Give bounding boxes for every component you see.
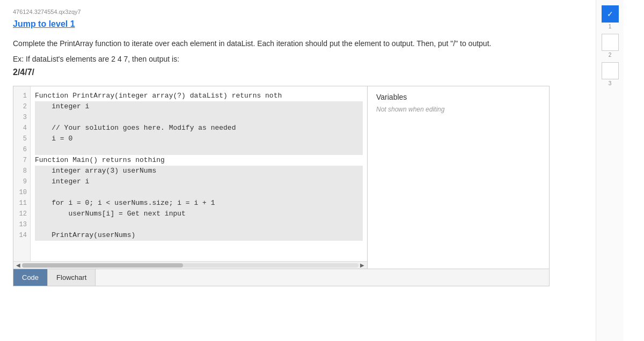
- code-line-14: PrintArray(userNums): [35, 230, 363, 241]
- code-line-7: Function Main() returns nothing: [35, 155, 363, 166]
- code-line-1: Function PrintArray(integer array(?) dat…: [35, 91, 363, 101]
- scroll-left-arrow[interactable]: ◀: [14, 262, 22, 269]
- checkmark-icon: ✓: [607, 10, 613, 18]
- jump-to-level-link[interactable]: Jump to level 1: [13, 19, 583, 29]
- horizontal-scrollbar[interactable]: ◀ ▶: [13, 261, 367, 269]
- scroll-right-arrow[interactable]: ▶: [358, 262, 366, 269]
- problem-id: 476124.3274554.qx3zqy7: [13, 9, 583, 15]
- code-line-8: integer array(3) userNums: [35, 166, 363, 176]
- level-3-label: 3: [609, 80, 612, 86]
- line-numbers: 1 2 3 4 5 6 7 8 9 10 11 12 13: [13, 86, 31, 261]
- level-2-label: 2: [609, 52, 612, 58]
- variables-title: Variables: [376, 93, 540, 101]
- level-sidebar: ✓ 1 2 3: [596, 0, 624, 341]
- scrollbar-track[interactable]: [22, 263, 358, 268]
- level-item-3: 3: [602, 62, 619, 86]
- code-line-5: i = 0: [35, 134, 363, 144]
- code-line-4: // Your solution goes here. Modify as ne…: [35, 123, 363, 134]
- level-1-label: 1: [609, 24, 612, 29]
- code-panel: 1 2 3 4 5 6 7 8 9 10 11 12 13: [13, 86, 368, 269]
- level-2-button[interactable]: [602, 34, 619, 51]
- variables-panel: Variables Not shown when editing: [368, 86, 549, 269]
- level-3-button[interactable]: [602, 62, 619, 79]
- level-item-2: 2: [602, 34, 619, 58]
- code-line-9: integer i: [35, 176, 363, 187]
- scrollbar-thumb[interactable]: [22, 263, 183, 268]
- code-area[interactable]: 1 2 3 4 5 6 7 8 9 10 11 12 13: [13, 86, 367, 261]
- code-line-2: integer i: [35, 101, 363, 112]
- code-line-12: userNums[i] = Get next input: [35, 209, 363, 219]
- tab-flowchart[interactable]: Flowchart: [48, 269, 96, 286]
- editor-container: 1 2 3 4 5 6 7 8 9 10 11 12 13: [13, 86, 550, 286]
- code-line-13: [35, 219, 363, 230]
- level-1-button[interactable]: ✓: [602, 5, 619, 23]
- code-line-10: [35, 187, 363, 198]
- tab-bar: Code Flowchart: [13, 269, 549, 286]
- level-item-1: ✓ 1: [602, 5, 619, 29]
- example-text: Ex: If dataList's elements are 2 4 7, th…: [13, 55, 583, 63]
- output-example: 2/4/7/: [13, 68, 583, 77]
- not-shown-text: Not shown when editing: [376, 106, 540, 113]
- code-line-11: for i = 0; i < userNums.size; i = i + 1: [35, 198, 363, 209]
- description-text: Complete the PrintArray function to iter…: [13, 38, 583, 49]
- code-line-3: [35, 112, 363, 123]
- code-editor[interactable]: Function PrintArray(integer array(?) dat…: [31, 86, 367, 261]
- code-line-6: [35, 144, 363, 155]
- tab-code[interactable]: Code: [13, 269, 48, 286]
